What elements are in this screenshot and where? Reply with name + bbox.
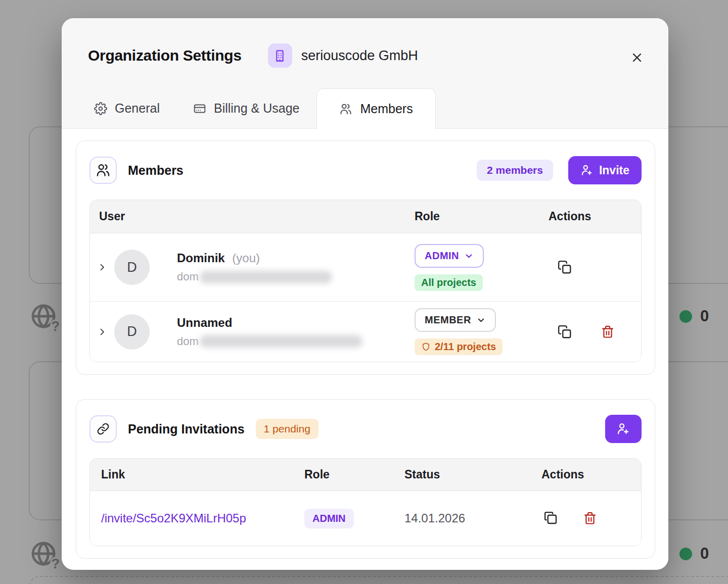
- chevron-right-icon: [97, 262, 107, 272]
- redacted-email: [200, 271, 332, 283]
- member-email-prefix: dom: [177, 270, 199, 283]
- member-you-suffix: (you): [232, 251, 260, 265]
- user-plus-icon: [616, 422, 630, 436]
- tab-members[interactable]: Members: [316, 88, 435, 129]
- users-icon: [339, 103, 352, 116]
- invite-link[interactable]: /invite/Sc5o2K9XMiLrH05p: [90, 511, 304, 525]
- pending-invitations-section: Pending Invitations 1 pending Link Ro: [76, 399, 655, 559]
- member-name: Dominik: [177, 251, 225, 265]
- members-section: Members 2 members Invite User: [76, 140, 655, 375]
- tab-label: Members: [360, 102, 413, 116]
- copy-link-button[interactable]: [542, 510, 560, 527]
- column-header-role: Role: [304, 468, 402, 481]
- projects-access-badge: All projects: [415, 274, 483, 291]
- column-header-link: Link: [90, 468, 304, 481]
- delete-member-button[interactable]: [600, 324, 616, 340]
- members-title: Members: [128, 163, 184, 178]
- tab-label: General: [115, 101, 160, 116]
- delete-invite-button[interactable]: [582, 510, 598, 526]
- tab-general[interactable]: General: [94, 101, 160, 116]
- background-card-bottom-dashed: [29, 576, 728, 584]
- organization-name: seriouscode GmbH: [301, 48, 418, 64]
- modal-body: Members 2 members Invite User: [62, 129, 668, 569]
- link-icon: [89, 415, 117, 443]
- column-header-user: User: [90, 210, 415, 223]
- invite-label: Invite: [599, 164, 629, 177]
- pending-title: Pending Invitations: [128, 422, 245, 436]
- copy-button[interactable]: [556, 323, 573, 340]
- column-header-status: Status: [402, 468, 531, 481]
- page-title: Organization Settings: [88, 47, 242, 64]
- organization-settings-modal: Organization Settings seriouscode GmbH: [62, 18, 668, 570]
- globe-question-icon: ?: [29, 540, 58, 568]
- avatar: D: [114, 314, 150, 350]
- status-counter: 0: [679, 545, 709, 563]
- chevron-down-icon: [464, 251, 474, 261]
- building-icon: [268, 43, 292, 68]
- copy-icon: [543, 511, 559, 526]
- user-plus-icon: [580, 164, 594, 177]
- role-value: MEMBER: [425, 314, 471, 326]
- avatar: D: [114, 250, 150, 285]
- question-mark: ?: [50, 319, 62, 333]
- role-dropdown[interactable]: MEMBER: [415, 308, 496, 332]
- modal-header: Organization Settings seriouscode GmbH: [62, 18, 668, 129]
- counter-value: 0: [700, 545, 709, 563]
- copy-icon: [557, 260, 572, 275]
- member-email-prefix: dom: [177, 335, 199, 348]
- close-icon: [630, 51, 644, 65]
- trash-icon: [601, 325, 615, 339]
- member-name: Unnamed: [177, 316, 232, 329]
- invite-role-badge: ADMIN: [304, 509, 354, 528]
- column-header-actions: Actions: [541, 210, 641, 223]
- projects-access-badge: 2/11 projects: [415, 338, 503, 355]
- trash-icon: [583, 511, 597, 525]
- tab-bar: General Billing & Usage: [62, 88, 668, 129]
- redacted-email: [200, 335, 362, 348]
- copy-button[interactable]: [556, 259, 573, 276]
- role-value: ADMIN: [425, 250, 459, 262]
- shield-icon: [421, 342, 431, 352]
- tab-label: Billing & Usage: [214, 101, 300, 116]
- invite-expiry-date: 14.01.2026: [402, 511, 531, 525]
- chevron-down-icon: [476, 315, 486, 325]
- users-icon: [89, 157, 117, 184]
- members-table: User Role Actions D: [89, 200, 642, 362]
- pending-invitations-table: Link Role Status Actions /invite/Sc5o2K9…: [89, 458, 642, 546]
- credit-card-icon: [193, 102, 206, 115]
- invitation-row: /invite/Sc5o2K9XMiLrH05p ADMIN 14.01.202…: [90, 491, 641, 546]
- pending-count-badge: 1 pending: [256, 419, 318, 439]
- member-row: D Dominik (you) dom ADMIN: [90, 233, 641, 301]
- role-dropdown[interactable]: ADMIN: [415, 244, 484, 268]
- gear-icon: [94, 102, 107, 115]
- globe-question-icon: ?: [29, 302, 58, 330]
- counter-value: 0: [700, 307, 709, 325]
- green-dot-icon: [679, 548, 692, 560]
- create-invite-button[interactable]: [605, 415, 642, 443]
- green-dot-icon: [679, 310, 692, 323]
- member-row: D Unnamed dom MEMBER: [90, 301, 641, 362]
- invite-button[interactable]: Invite: [568, 156, 642, 184]
- expand-row-button[interactable]: [94, 324, 110, 340]
- question-mark: ?: [50, 557, 62, 571]
- column-header-role: Role: [415, 210, 541, 223]
- tab-billing-usage[interactable]: Billing & Usage: [193, 101, 300, 116]
- expand-row-button[interactable]: [94, 259, 110, 275]
- close-button[interactable]: [626, 47, 648, 68]
- chevron-right-icon: [97, 327, 107, 337]
- copy-icon: [557, 324, 572, 339]
- status-counter: 0: [679, 307, 709, 325]
- column-header-actions: Actions: [531, 468, 641, 481]
- members-count-badge: 2 members: [477, 160, 553, 181]
